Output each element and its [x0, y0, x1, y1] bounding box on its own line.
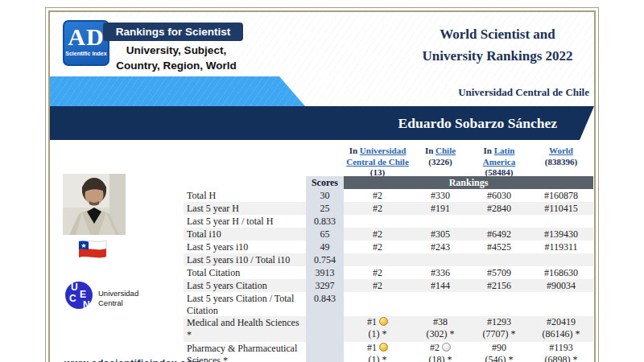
table-subheaders: Scores Rankings [184, 176, 593, 189]
column-header-country: In Chile (3226) [411, 143, 469, 179]
rank-cell: #5709 [469, 266, 529, 279]
rank-cell [529, 292, 593, 316]
rank-cell: #110415 [529, 202, 593, 215]
rank-cell: #38(302) * [411, 316, 469, 342]
rank-cell: #144 [411, 279, 469, 292]
table-row: Last 5 year H / total H0.833 [184, 215, 593, 228]
row-score: 25 [306, 202, 344, 215]
col2-count: (3226) [411, 157, 469, 168]
rank-value: #1 [367, 342, 377, 353]
rank-cell: #90(546) * [469, 342, 529, 362]
rank-cell: #90034 [529, 279, 593, 292]
table-row: Medical and Health Sciences *#1(1) *#38(… [184, 316, 593, 342]
table-row: Last 5 years Citation / Total Citation0.… [184, 292, 593, 316]
row-label: Last 5 years Citation [184, 279, 306, 292]
subheader-spacer [184, 176, 306, 189]
page-title-line1: World Scientist and [396, 23, 599, 45]
column-header-region: In Latin America (58484) [469, 143, 529, 179]
rank-value: #2 [430, 342, 440, 353]
rank-value: #20419 [547, 316, 576, 327]
score-column-spacer [306, 143, 344, 179]
silver-medal-icon [442, 343, 451, 352]
rank-subcount: (1) * [344, 354, 411, 362]
row-score: 65 [306, 228, 344, 241]
row-label: Last 5 year H [184, 202, 306, 215]
table-row: Total Citation3913#2#336#5709#168630 [184, 266, 593, 279]
row-score: 0.754 [306, 253, 344, 266]
rank-subcount: (18) * [411, 354, 469, 362]
ucen-caption-line2: Central [98, 298, 138, 308]
rank-cell: #243 [411, 241, 469, 253]
rank-cell: #2 [344, 279, 411, 292]
column-header-university: In Universidad Central de Chile (13) [344, 143, 411, 179]
ucen-caption-line1: Universidad [98, 289, 138, 298]
rank-cell [344, 292, 411, 316]
label-column-spacer [184, 143, 306, 179]
rank-cell: #2 [344, 228, 411, 241]
rankings-for-scientist-banner: Rankings for Scientist [103, 23, 243, 41]
table-row: Last 5 years Citation3297#2#144#2156#900… [184, 279, 593, 292]
gold-medal-icon [379, 317, 388, 326]
rank-cell [529, 215, 593, 228]
tagline-line2: Country, Region, World [103, 58, 250, 73]
rank-subcount: (1) * [344, 328, 411, 340]
row-score: 3913 [306, 266, 344, 279]
gold-medal-icon [379, 343, 388, 352]
rank-cell [411, 253, 469, 266]
rank-value: #90 [492, 342, 506, 353]
row-label: Total i10 [184, 228, 306, 241]
row-label: Total H [184, 189, 306, 202]
row-score: 0.833 [306, 215, 344, 228]
row-label: Last 5 years i10 [184, 241, 306, 253]
row-label: Total Citation [184, 266, 306, 279]
rank-cell: #2 [344, 266, 411, 279]
rank-cell [469, 292, 529, 316]
scores-header: Scores [306, 176, 344, 189]
rank-cell: #119311 [529, 241, 593, 253]
rank-cell: #330 [411, 189, 469, 202]
rank-cell: #20419(86146) * [529, 316, 593, 342]
row-label: Last 5 years Citation / Total Citation [184, 292, 306, 316]
rank-subcount: (7707) * [469, 328, 529, 340]
rank-subcount: (6898) * [529, 354, 593, 362]
rank-cell [469, 215, 529, 228]
row-score [306, 342, 344, 362]
country-ranking-link[interactable]: Chile [436, 146, 456, 155]
rank-cell [529, 253, 593, 266]
rank-cell: #2 [344, 189, 411, 202]
rank-cell: #2 [344, 202, 411, 215]
rank-subcount: (86146) * [529, 328, 593, 340]
rank-cell: #1(1) * [344, 316, 411, 342]
rank-cell: #305 [411, 228, 469, 241]
rank-cell: #168630 [529, 266, 593, 279]
rank-cell: #139430 [529, 228, 593, 241]
rank-cell: #1193(6898) * [529, 342, 593, 362]
ad-logo-text: AD [64, 23, 108, 51]
website-url-link[interactable]: www.adscientificindex.com [64, 357, 201, 362]
svg-text:U: U [71, 282, 78, 293]
blue-ribbon-band [50, 76, 308, 106]
table-row: Last 5 years i1049#2#243#4525#119311 [184, 241, 593, 253]
rank-cell: #191 [411, 202, 469, 215]
ucen-logo-caption: Universidad Central [98, 289, 138, 307]
rank-cell [411, 215, 469, 228]
tagline-line1: University, Subject, [103, 43, 250, 58]
rank-value: #1 [367, 316, 377, 327]
ucen-logo-icon: U C E N [64, 278, 97, 315]
svg-text:E: E [80, 289, 86, 300]
rank-cell [411, 292, 469, 316]
certificate-page: AD Scientific Index Rankings for Scienti… [45, 7, 599, 362]
column-header-world: World (838396) [529, 143, 593, 179]
rankings-table: In Universidad Central de Chile (13) In … [184, 143, 593, 362]
rank-cell: #2 [344, 241, 411, 253]
scientist-name-banner: Eduardo Sobarzo Sánchez [50, 106, 594, 140]
row-score: 49 [306, 241, 344, 253]
certificate-inner-frame: AD Scientific Index Rankings for Scienti… [48, 10, 596, 362]
ad-logo-subtext: Scientific Index [64, 51, 108, 57]
world-ranking-link[interactable]: World [549, 146, 573, 155]
row-score: 3297 [306, 279, 344, 292]
rank-subcount: (302) * [411, 328, 469, 340]
svg-text:N: N [83, 299, 90, 311]
col4-count: (838396) [529, 157, 593, 168]
rank-cell: #336 [411, 266, 469, 279]
